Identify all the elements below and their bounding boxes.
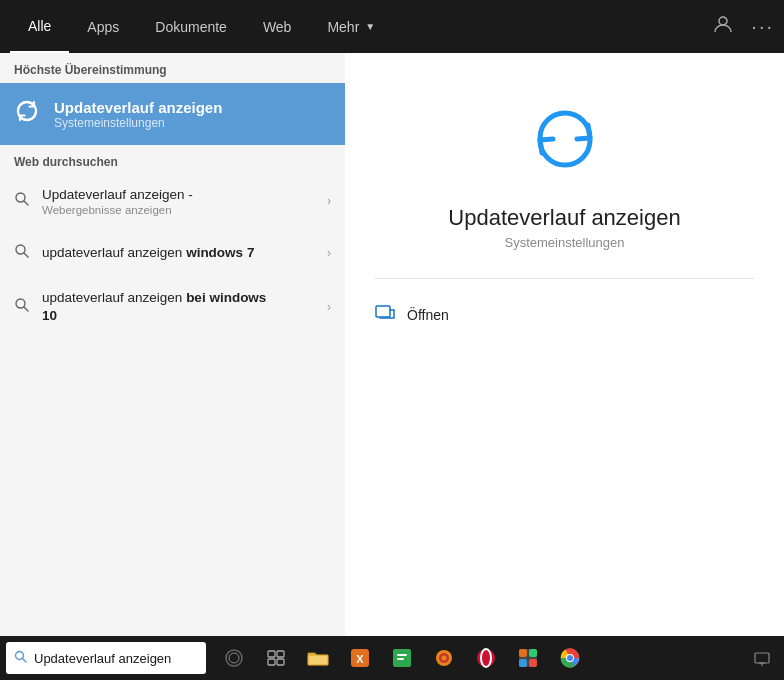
top-nav: Alle Apps Dokumente Web Mehr ▼ ··· [0, 0, 784, 53]
taskbar: Updateverlauf anzeigen [0, 636, 784, 680]
svg-point-24 [442, 656, 447, 661]
taskbar-app-xampp[interactable]: X [342, 640, 378, 676]
detail-icon [520, 93, 610, 187]
main-area: Höchste Übereinstimmung Updateverlauf an… [0, 53, 784, 636]
search-icon-3 [14, 297, 30, 317]
tab-dokumente[interactable]: Dokumente [137, 0, 245, 53]
tab-alle[interactable]: Alle [10, 0, 69, 53]
nav-right: ··· [713, 14, 774, 39]
chevron-right-icon-3: › [327, 300, 331, 314]
taskbar-search-text: Updateverlauf anzeigen [34, 651, 171, 666]
detail-divider [375, 278, 754, 279]
taskbar-app-store[interactable] [510, 640, 546, 676]
svg-rect-12 [268, 651, 275, 657]
taskbar-opera[interactable] [468, 640, 504, 676]
svg-rect-31 [529, 659, 537, 667]
taskbar-firefox[interactable] [426, 640, 462, 676]
taskbar-icons: X [216, 640, 588, 676]
open-label: Öffnen [407, 307, 449, 323]
svg-point-10 [226, 650, 242, 666]
taskbar-explorer[interactable] [300, 640, 336, 676]
chevron-down-icon: ▼ [365, 21, 375, 32]
selected-result-text: Updateverlauf anzeigen Systemeinstellung… [54, 99, 222, 130]
svg-point-0 [719, 17, 727, 25]
svg-point-35 [567, 655, 573, 661]
chevron-right-icon-2: › [327, 246, 331, 260]
taskbar-right [754, 650, 778, 666]
svg-rect-7 [376, 306, 390, 317]
nav-tabs: Alle Apps Dokumente Web Mehr ▼ [10, 0, 393, 53]
svg-text:X: X [356, 653, 364, 665]
taskbar-cortana[interactable] [216, 640, 252, 676]
taskbar-app-notes[interactable] [384, 640, 420, 676]
svg-rect-13 [277, 651, 284, 657]
svg-line-6 [24, 307, 28, 311]
web-section-label: Web durchsuchen [0, 145, 345, 175]
search-icon-1 [14, 191, 30, 211]
tray-icon-1 [754, 650, 770, 666]
web-result-2[interactable]: updateverlauf anzeigen windows 7 › [0, 227, 345, 279]
svg-rect-28 [519, 649, 527, 657]
tab-apps[interactable]: Apps [69, 0, 137, 53]
best-match-label: Höchste Übereinstimmung [0, 53, 345, 83]
tab-web[interactable]: Web [245, 0, 310, 53]
svg-line-9 [23, 658, 27, 662]
refresh-icon [14, 98, 40, 130]
taskbar-search[interactable]: Updateverlauf anzeigen [6, 642, 206, 674]
web-result-3[interactable]: updateverlauf anzeigen bei windows10 › [0, 279, 345, 334]
taskbar-search-icon [14, 650, 28, 667]
web-result-3-text: updateverlauf anzeigen bei windows10 [42, 289, 315, 324]
svg-line-4 [24, 253, 28, 257]
left-panel: Höchste Übereinstimmung Updateverlauf an… [0, 53, 345, 636]
tab-mehr[interactable]: Mehr ▼ [309, 0, 393, 53]
selected-result[interactable]: Updateverlauf anzeigen Systemeinstellung… [0, 83, 345, 145]
person-icon[interactable] [713, 14, 733, 39]
search-icon-2 [14, 243, 30, 263]
web-result-2-text: updateverlauf anzeigen windows 7 [42, 244, 315, 262]
svg-rect-14 [268, 659, 275, 665]
svg-line-2 [24, 201, 28, 205]
web-result-1-text: Updateverlauf anzeigen - Webergebnisse a… [42, 186, 315, 216]
svg-rect-21 [397, 658, 404, 660]
svg-rect-30 [519, 659, 527, 667]
svg-rect-20 [397, 654, 407, 656]
svg-rect-29 [529, 649, 537, 657]
open-action[interactable]: Öffnen [375, 297, 754, 332]
open-icon [375, 303, 395, 326]
detail-title: Updateverlauf anzeigen [448, 205, 680, 231]
svg-rect-16 [308, 655, 328, 665]
more-options-icon[interactable]: ··· [751, 15, 774, 38]
detail-subtitle: Systemeinstellungen [505, 235, 625, 250]
web-result-1[interactable]: Updateverlauf anzeigen - Webergebnisse a… [0, 175, 345, 227]
svg-rect-36 [755, 653, 769, 663]
taskbar-chrome[interactable] [552, 640, 588, 676]
svg-rect-15 [277, 659, 284, 665]
svg-point-25 [477, 649, 495, 667]
taskbar-task-switcher[interactable] [258, 640, 294, 676]
right-panel: Updateverlauf anzeigen Systemeinstellung… [345, 53, 784, 636]
chevron-right-icon-1: › [327, 194, 331, 208]
svg-point-11 [229, 653, 239, 663]
